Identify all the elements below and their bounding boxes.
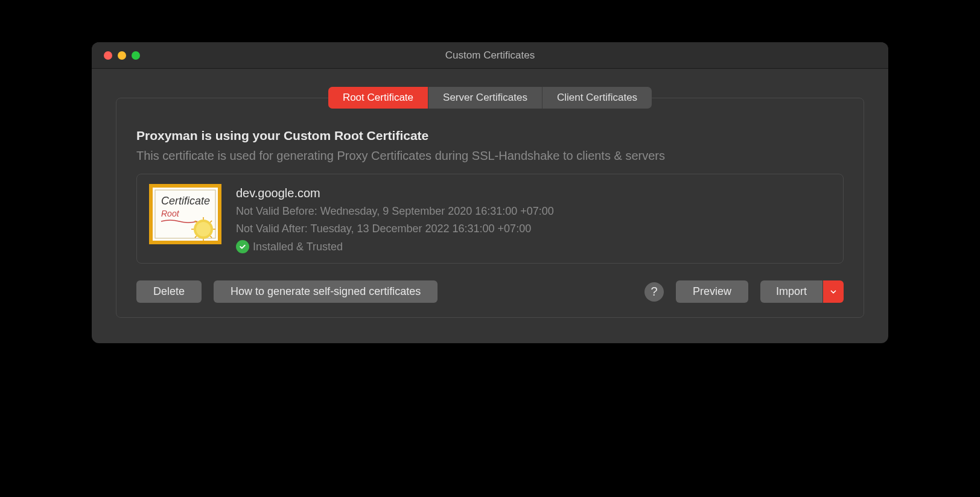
check-icon <box>236 240 249 253</box>
delete-button[interactable]: Delete <box>136 280 202 303</box>
titlebar: Custom Certificates <box>92 42 888 69</box>
content-subheading: This certificate is used for generating … <box>136 149 844 163</box>
tab-root-certificate[interactable]: Root Certificate <box>328 87 428 109</box>
import-dropdown-button[interactable] <box>823 280 844 303</box>
chevron-down-icon <box>829 288 838 296</box>
window-body: Root Certificate Server Certificates Cli… <box>92 69 888 343</box>
content-box: Proxyman is using your Custom Root Certi… <box>116 98 864 318</box>
tab-server-certificates[interactable]: Server Certificates <box>428 87 542 109</box>
zoom-icon[interactable] <box>132 51 140 60</box>
button-row: Delete How to generate self-signed certi… <box>136 280 844 303</box>
certificate-icon: Certificate Root <box>149 184 221 244</box>
preview-button[interactable]: Preview <box>676 280 748 303</box>
minimize-icon[interactable] <box>118 51 126 60</box>
certificate-status: Installed & Trusted <box>236 240 554 253</box>
certificate-not-after: Not Valid After: Tuesday, 13 December 20… <box>236 223 554 235</box>
svg-point-6 <box>196 222 211 236</box>
tab-client-certificates[interactable]: Client Certificates <box>542 87 652 109</box>
tabs: Root Certificate Server Certificates Cli… <box>328 87 652 109</box>
certificates-window: Custom Certificates Root Certificate Ser… <box>92 42 888 343</box>
close-icon[interactable] <box>104 51 112 60</box>
import-button[interactable]: Import <box>760 280 823 303</box>
certificate-not-before: Not Valid Before: Wednesday, 9 September… <box>236 205 554 218</box>
certificate-panel: Certificate Root <box>136 174 844 264</box>
svg-text:Root: Root <box>161 209 180 218</box>
certificate-status-text: Installed & Trusted <box>253 241 343 253</box>
certificate-info: dev.google.com Not Valid Before: Wednesd… <box>236 184 554 253</box>
traffic-lights <box>92 51 140 60</box>
help-button[interactable]: ? <box>644 282 664 302</box>
window-title: Custom Certificates <box>445 49 535 62</box>
certificate-name: dev.google.com <box>236 186 554 200</box>
howto-button[interactable]: How to generate self-signed certificates <box>214 280 438 303</box>
import-button-group: Import <box>760 280 844 303</box>
content-heading: Proxyman is using your Custom Root Certi… <box>136 128 844 143</box>
svg-text:Certificate: Certificate <box>161 195 210 207</box>
